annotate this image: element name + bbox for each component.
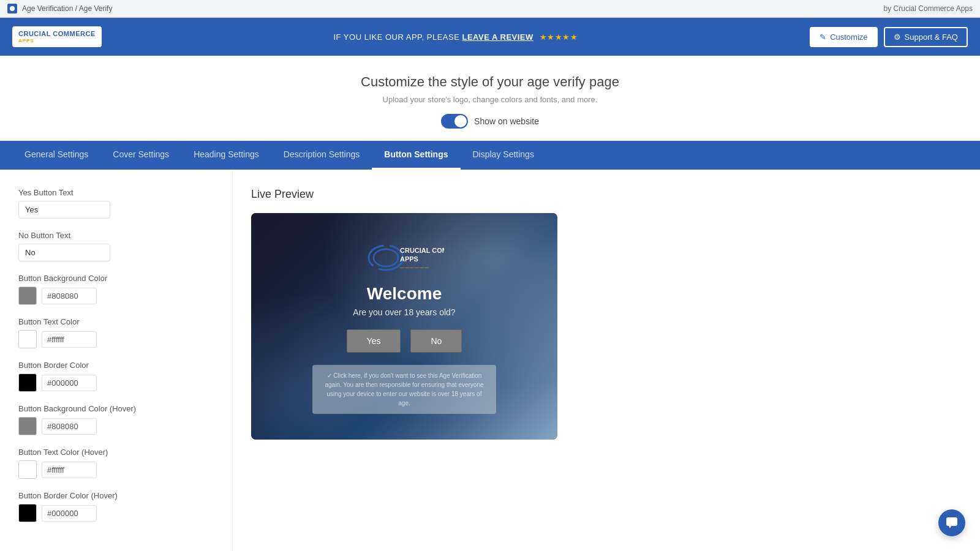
button-border-hover-value: #000000 xyxy=(42,505,97,522)
button-text-color-label: Button Text Color xyxy=(18,317,214,326)
button-bg-hover-row: #808080 xyxy=(18,417,214,435)
customize-label: Customize xyxy=(830,32,867,42)
logo-top-text: CRUCIAL COMMERCE xyxy=(18,30,96,38)
button-border-color-swatch[interactable] xyxy=(18,373,37,392)
button-bg-hover-swatch[interactable] xyxy=(18,417,37,435)
svg-marker-7 xyxy=(949,526,951,528)
no-button-text-input[interactable] xyxy=(18,244,110,261)
no-button-text-label: No Button Text xyxy=(18,231,214,240)
button-bg-hover-label: Button Background Color (Hover) xyxy=(18,404,214,413)
logo-bottom-text: APPS xyxy=(18,38,96,43)
preview-yes-button[interactable]: Yes xyxy=(347,329,401,353)
yes-button-text-label: Yes Button Text xyxy=(18,188,214,197)
tab-description-settings[interactable]: Description Settings xyxy=(271,141,372,170)
browser-bar: Age Verification / Age Verify by Crucial… xyxy=(0,0,980,18)
preview-panel: Live Preview CRUCIAL COMMERCE APPS —————… xyxy=(233,170,980,551)
button-border-color-group: Button Border Color #000000 xyxy=(18,361,214,392)
tab-heading-settings[interactable]: Heading Settings xyxy=(181,141,271,170)
button-border-hover-label: Button Border Color (Hover) xyxy=(18,491,214,500)
button-bg-color-group: Button Background Color #808080 xyxy=(18,274,214,305)
preview-subtitle-text: Are you over 18 years old? xyxy=(353,307,455,317)
button-text-hover-swatch[interactable] xyxy=(18,460,37,479)
preview-title: Live Preview xyxy=(251,188,962,201)
button-border-hover-group: Button Border Color (Hover) #000000 xyxy=(18,491,214,522)
button-bg-color-value: #808080 xyxy=(42,288,97,304)
button-border-color-row: #000000 xyxy=(18,373,214,392)
support-icon: ⚙ xyxy=(894,32,901,42)
preview-container: CRUCIAL COMMERCE APPS —————— Welcome Are… xyxy=(251,213,557,440)
support-faq-button[interactable]: ⚙ Support & FAQ xyxy=(884,27,968,47)
svg-text:——————: —————— xyxy=(400,265,429,269)
by-text: by Crucial Commerce Apps xyxy=(884,4,973,13)
button-bg-color-row: #808080 xyxy=(18,287,214,305)
chat-bubble[interactable] xyxy=(938,509,965,536)
show-on-website-toggle[interactable] xyxy=(441,114,468,129)
svg-text:APPS: APPS xyxy=(400,255,418,263)
button-border-color-label: Button Border Color xyxy=(18,361,214,370)
button-text-color-group: Button Text Color #ffffff xyxy=(18,317,214,348)
button-border-hover-row: #000000 xyxy=(18,504,214,522)
tab-button-settings[interactable]: Button Settings xyxy=(372,141,460,170)
breadcrumb-area: Age Verification / Age Verify xyxy=(7,4,112,13)
settings-panel: Yes Button Text No Button Text Button Ba… xyxy=(0,170,233,551)
svg-rect-6 xyxy=(946,517,957,526)
preview-logo: CRUCIAL COMMERCE APPS —————— xyxy=(364,239,444,278)
star-rating: ★★★★★ xyxy=(540,32,578,42)
logo-box: CRUCIAL COMMERCE APPS xyxy=(12,26,102,47)
button-border-color-value: #000000 xyxy=(42,375,97,391)
button-bg-color-swatch[interactable] xyxy=(18,287,37,305)
hero-subtitle: Upload your store's logo, change colors … xyxy=(12,95,968,104)
tab-general-settings[interactable]: General Settings xyxy=(12,141,100,170)
header-actions: ✎ Customize ⚙ Support & FAQ xyxy=(810,27,968,47)
preview-buttons: Yes No xyxy=(347,329,462,353)
tab-display-settings[interactable]: Display Settings xyxy=(461,141,546,170)
yes-button-text-group: Yes Button Text xyxy=(18,188,214,219)
app-header: CRUCIAL COMMERCE APPS IF YOU LIKE OUR AP… xyxy=(0,18,980,56)
yes-button-text-input[interactable] xyxy=(18,201,110,219)
leave-review-link[interactable]: LEAVE A REVIEW xyxy=(462,32,533,42)
hero-title: Customize the style of your age verify p… xyxy=(12,74,968,90)
support-label: Support & FAQ xyxy=(905,32,958,42)
customize-button[interactable]: ✎ Customize xyxy=(810,27,877,47)
customize-icon: ✎ xyxy=(820,32,826,42)
hero-section: Customize the style of your age verify p… xyxy=(0,56,980,141)
preview-overlay: CRUCIAL COMMERCE APPS —————— Welcome Are… xyxy=(251,213,557,440)
button-bg-color-label: Button Background Color xyxy=(18,274,214,283)
button-border-hover-swatch[interactable] xyxy=(18,504,37,522)
button-text-color-swatch[interactable] xyxy=(18,330,37,348)
preview-disclaimer: ✓ Click here, if you don't want to see t… xyxy=(312,365,496,414)
button-bg-hover-value: #808080 xyxy=(42,418,97,435)
button-text-hover-group: Button Text Color (Hover) #ffffff xyxy=(18,448,214,479)
button-text-color-value: #ffffff xyxy=(42,331,97,348)
svg-point-0 xyxy=(10,6,15,11)
nav-tabs: General Settings Cover Settings Heading … xyxy=(0,141,980,170)
tab-cover-settings[interactable]: Cover Settings xyxy=(100,141,181,170)
header-banner: IF YOU LIKE OUR APP, PLEASE LEAVE A REVI… xyxy=(333,32,578,42)
preview-no-button[interactable]: No xyxy=(410,329,462,353)
main-content: Yes Button Text No Button Text Button Ba… xyxy=(0,170,980,551)
button-text-hover-row: #ffffff xyxy=(18,460,214,479)
button-text-color-row: #ffffff xyxy=(18,330,214,348)
preview-welcome-text: Welcome xyxy=(367,284,442,304)
svg-text:CRUCIAL COMMERCE: CRUCIAL COMMERCE xyxy=(400,247,444,254)
favicon xyxy=(7,4,17,13)
button-bg-hover-group: Button Background Color (Hover) #808080 xyxy=(18,404,214,435)
button-text-hover-label: Button Text Color (Hover) xyxy=(18,448,214,457)
no-button-text-group: No Button Text xyxy=(18,231,214,261)
toggle-row: Show on website xyxy=(12,114,968,129)
toggle-knob xyxy=(454,115,467,127)
banner-text: IF YOU LIKE OUR APP, PLEASE xyxy=(333,32,459,42)
app-logo: CRUCIAL COMMERCE APPS xyxy=(12,26,102,47)
breadcrumb: Age Verification / Age Verify xyxy=(22,4,112,13)
svg-point-2 xyxy=(374,249,398,266)
button-text-hover-value: #ffffff xyxy=(42,462,97,478)
toggle-label: Show on website xyxy=(474,116,539,126)
